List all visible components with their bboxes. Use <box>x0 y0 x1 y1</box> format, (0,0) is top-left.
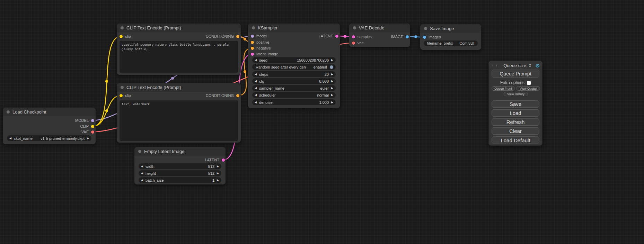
node-title-bar[interactable]: KSampler <box>248 24 340 32</box>
node-load-checkpoint[interactable]: Load Checkpoint MODEL CLIP VAE ◀ ckpt_na… <box>3 108 96 144</box>
decrement-arrow-icon[interactable]: ◀ <box>255 101 258 104</box>
increment-arrow-icon[interactable]: ▶ <box>330 101 333 104</box>
latent-output-port[interactable] <box>222 159 225 162</box>
node-empty-latent-image[interactable]: Empty Latent Image LATENT ◀ width 512 ▶ … <box>134 147 226 184</box>
image-output-port[interactable] <box>406 35 409 38</box>
collapse-dot-icon[interactable] <box>252 26 255 29</box>
vae-output-port[interactable] <box>91 130 94 134</box>
drag-handle-icon[interactable]: ⋮⋮ <box>491 63 498 68</box>
collapse-dot-icon[interactable] <box>121 86 124 89</box>
wire-midpoint-dot <box>105 109 108 112</box>
increment-arrow-icon[interactable]: ▶ <box>330 73 333 76</box>
model-input-port[interactable] <box>251 35 254 38</box>
cfg-widget[interactable]: ◀ cfg 8.000 ▶ <box>252 78 336 84</box>
decrement-arrow-icon[interactable]: ◀ <box>255 80 258 83</box>
clip-input-port[interactable] <box>120 35 123 38</box>
collapse-dot-icon[interactable] <box>7 110 10 114</box>
toggle-knob-icon[interactable] <box>330 65 333 69</box>
increment-arrow-icon[interactable]: ▶ <box>215 179 219 182</box>
collapse-dot-icon[interactable] <box>353 26 356 29</box>
increment-arrow-icon[interactable]: ▶ <box>330 59 333 62</box>
decrement-arrow-icon[interactable]: ◀ <box>141 165 144 168</box>
images-input-port[interactable] <box>423 36 426 39</box>
increment-arrow-icon[interactable]: ▶ <box>86 137 89 140</box>
queue-menu-panel[interactable]: ⋮⋮ Queue size: 0 ⚙ Queue Prompt Extra op… <box>488 61 542 146</box>
collapse-dot-icon[interactable] <box>121 26 124 29</box>
widget-value: 512 <box>208 171 214 175</box>
negative-input-port[interactable] <box>251 47 254 50</box>
vae-input-port[interactable] <box>352 42 355 45</box>
decrement-arrow-icon[interactable]: ◀ <box>9 137 13 140</box>
decrement-arrow-icon[interactable]: ◀ <box>255 59 258 62</box>
slot-label: CONDITIONING <box>206 93 234 98</box>
node-title-bar[interactable]: Empty Latent Image <box>134 147 226 156</box>
samples-input-port[interactable] <box>352 35 355 38</box>
ckpt-name-widget[interactable]: ◀ ckpt_name v1-5-pruned-emaonly.ckpt ▶ <box>7 135 91 141</box>
queue-prompt-button[interactable]: Queue Prompt <box>492 70 539 78</box>
extra-options-checkbox[interactable] <box>527 81 531 85</box>
node-title: KSampler <box>258 25 277 30</box>
sampler-name-widget[interactable]: ◀ sampler_name euler ▶ <box>252 85 336 91</box>
clear-button[interactable]: Clear <box>492 127 539 135</box>
widget-label: cfg <box>259 79 264 83</box>
decrement-arrow-icon[interactable]: ◀ <box>255 94 258 97</box>
clip-input-port[interactable] <box>120 94 123 97</box>
latent-output-port[interactable] <box>335 35 338 38</box>
view-queue-button[interactable]: View Queue <box>516 86 540 91</box>
widget-value: 1.000 <box>319 100 329 105</box>
refresh-button[interactable]: Refresh <box>492 118 539 126</box>
conditioning-output-port[interactable] <box>236 35 239 38</box>
increment-arrow-icon[interactable]: ▶ <box>330 80 333 83</box>
node-title-bar[interactable]: CLIP Text Encode (Prompt) <box>117 83 241 92</box>
output-slot-vae: VAE <box>81 129 94 135</box>
batch-size-widget[interactable]: ◀ batch_size 1 ▶ <box>139 177 221 183</box>
node-vae-decode[interactable]: VAE Decode samples IMAGE vae <box>349 24 410 47</box>
slot-label: latent_image <box>256 52 278 56</box>
save-button[interactable]: Save <box>492 100 539 108</box>
queue-front-button[interactable]: Queue Front <box>492 86 515 91</box>
seed-widget[interactable]: ◀ seed 156680208700286 ▶ <box>252 57 336 63</box>
collapse-dot-icon[interactable] <box>424 27 427 30</box>
prompt-textarea[interactable]: beautiful scenery nature glass bottle la… <box>120 41 238 73</box>
node-save-image[interactable]: Save Image images filename_prefix ComfyU… <box>420 24 481 50</box>
model-output-port[interactable] <box>91 119 94 122</box>
node-title-bar[interactable]: VAE Decode <box>349 24 410 32</box>
latent-image-input-port[interactable] <box>251 53 254 56</box>
decrement-arrow-icon[interactable]: ◀ <box>141 179 144 182</box>
load-default-button[interactable]: Load Default <box>492 136 539 144</box>
widget-value: 20 <box>325 72 329 76</box>
positive-input-port[interactable] <box>251 41 254 44</box>
decrement-arrow-icon[interactable]: ◀ <box>255 87 258 90</box>
node-title-bar[interactable]: CLIP Text Encode (Prompt) <box>117 24 241 32</box>
conditioning-output-port[interactable] <box>236 94 239 97</box>
view-history-button[interactable]: View History <box>504 92 528 96</box>
increment-arrow-icon[interactable]: ▶ <box>330 87 333 90</box>
decrement-arrow-icon[interactable]: ◀ <box>255 73 258 76</box>
width-widget[interactable]: ◀ width 512 ▶ <box>139 163 221 169</box>
prompt-textarea[interactable]: text, watermark <box>120 100 238 141</box>
node-clip-text-encode-positive[interactable]: CLIP Text Encode (Prompt) clip CONDITION… <box>117 24 241 75</box>
filename-prefix-widget[interactable]: filename_prefix ComfyUI <box>424 40 478 46</box>
random-seed-toggle-widget[interactable]: Random seed after every gen enabled <box>252 64 336 70</box>
node-clip-text-encode-negative[interactable]: CLIP Text Encode (Prompt) clip CONDITION… <box>117 83 241 143</box>
steps-widget[interactable]: ◀ steps 20 ▶ <box>252 71 336 77</box>
load-button[interactable]: Load <box>492 109 539 117</box>
decrement-arrow-icon[interactable]: ◀ <box>141 172 144 175</box>
node-title-bar[interactable]: Load Checkpoint <box>3 108 96 116</box>
output-slot-image: IMAGE <box>391 34 409 40</box>
widget-value: 1 <box>212 178 214 182</box>
increment-arrow-icon[interactable]: ▶ <box>215 172 219 175</box>
clip-output-port[interactable] <box>91 125 94 128</box>
increment-arrow-icon[interactable]: ▶ <box>330 94 333 97</box>
node-graph-canvas[interactable]: { "colors": { "model": "#B39DDB", "clip"… <box>0 0 644 244</box>
widget-value: 156680208700286 <box>297 58 329 62</box>
settings-gear-icon[interactable]: ⚙ <box>536 63 540 68</box>
node-ksampler[interactable]: KSampler model LATENT positive negative … <box>248 24 340 108</box>
increment-arrow-icon[interactable]: ▶ <box>215 165 219 168</box>
collapse-dot-icon[interactable] <box>138 150 141 153</box>
denoise-widget[interactable]: ◀ denoise 1.000 ▶ <box>252 99 336 105</box>
slot-label: MODEL <box>75 118 89 123</box>
scheduler-widget[interactable]: ◀ scheduler normal ▶ <box>252 92 336 98</box>
height-widget[interactable]: ◀ height 512 ▶ <box>139 170 221 176</box>
node-title-bar[interactable]: Save Image <box>420 24 481 33</box>
